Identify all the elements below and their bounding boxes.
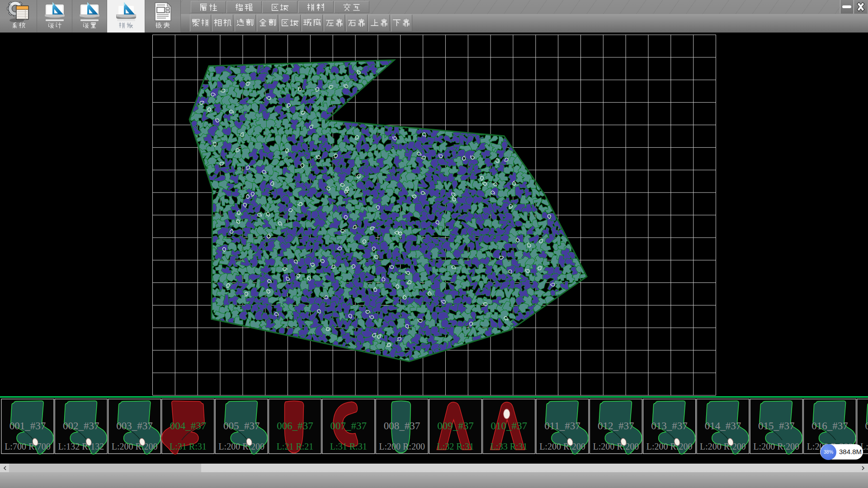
svg-text:L:200 R:200: L:200 R:200 — [593, 441, 639, 451]
svg-text:L:31 R:31: L:31 R:31 — [330, 441, 367, 451]
svg-text:013_#37: 013_#37 — [651, 420, 688, 432]
svg-text:L:200 R:200: L:200 R:200 — [112, 441, 158, 451]
svg-text:L:31 R:31: L:31 R:31 — [170, 441, 207, 451]
svg-text:017_#37: 017_#37 — [865, 420, 868, 432]
svg-text:011_#37: 011_#37 — [544, 420, 580, 432]
svg-text:015_#37: 015_#37 — [758, 420, 795, 432]
svg-text:010_#37: 010_#37 — [491, 420, 527, 432]
svg-text:L:200 R:200: L:200 R:200 — [218, 441, 264, 451]
svg-text:016_#37: 016_#37 — [811, 420, 848, 432]
svg-text:L:32 R:31: L:32 R:31 — [437, 441, 474, 451]
svg-text:004_#37: 004_#37 — [170, 420, 207, 432]
svg-text:L:200 R:200: L:200 R:200 — [379, 441, 425, 451]
svg-text:007_#37: 007_#37 — [330, 420, 367, 432]
svg-text:009_#37: 009_#37 — [437, 420, 474, 432]
svg-text:002_#37: 002_#37 — [63, 420, 99, 432]
svg-text:L:700 R:700: L:700 R:700 — [5, 441, 51, 451]
svg-text:L:200 R:200: L:200 R:200 — [539, 441, 585, 451]
svg-text:L:132 R:132: L:132 R:132 — [58, 441, 104, 451]
svg-text:005_#37: 005_#37 — [223, 420, 260, 432]
svg-text:003_#37: 003_#37 — [116, 420, 153, 432]
svg-text:L:21 R:21: L:21 R:21 — [277, 441, 314, 451]
svg-text:L:33 R:31: L:33 R:31 — [491, 441, 528, 451]
svg-text:L:200 R:200: L:200 R:200 — [646, 441, 693, 451]
svg-text:006_#37: 006_#37 — [277, 420, 313, 432]
svg-text:L:200 R:200: L:200 R:200 — [700, 441, 746, 451]
svg-text:008_#37: 008_#37 — [384, 420, 420, 432]
svg-text:014_#37: 014_#37 — [705, 420, 741, 432]
svg-text:001_#37: 001_#37 — [9, 420, 46, 432]
svg-text:L:200 R:200: L:200 R:200 — [753, 441, 799, 451]
svg-text:012_#37: 012_#37 — [598, 420, 634, 432]
